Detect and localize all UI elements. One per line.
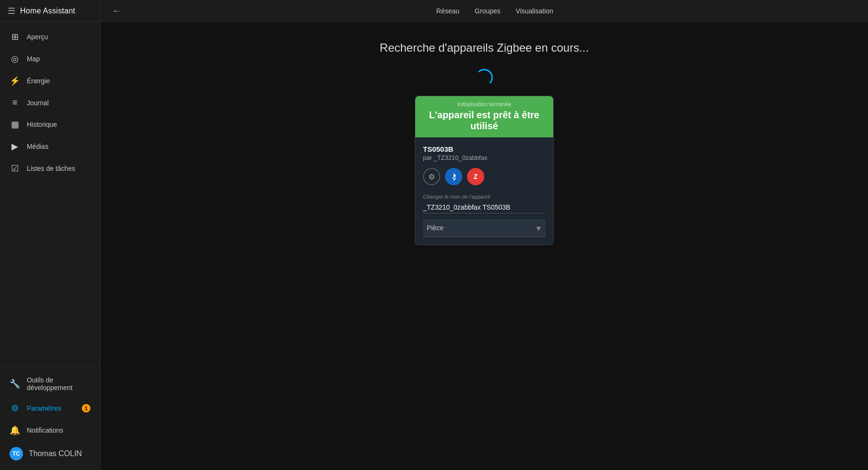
- room-select[interactable]: Pièce: [423, 219, 545, 237]
- loading-spinner: [476, 69, 493, 86]
- init-done-label: Initialisation terminée: [423, 101, 545, 108]
- sidebar-item-apercu[interactable]: ⊞ Aperçu: [0, 26, 100, 48]
- tab-visualisation[interactable]: Visualisation: [516, 5, 553, 17]
- energie-icon: ⚡: [10, 76, 20, 86]
- sidebar-item-outils[interactable]: 🔧 Outils de développement: [0, 370, 100, 397]
- topbar-tabs: Réseau Groupes Visualisation: [436, 5, 553, 17]
- device-card: Initialisation terminée L'appareil est p…: [415, 96, 554, 245]
- device-card-header: Initialisation terminée L'appareil est p…: [415, 96, 553, 137]
- outils-icon: 🔧: [10, 379, 20, 389]
- menu-icon[interactable]: ☰: [8, 6, 15, 16]
- zigbee-icon: Z: [467, 168, 484, 185]
- journal-icon: ≡: [10, 98, 20, 108]
- search-status-title: Recherche d'appareils Zigbee en cours...: [380, 41, 589, 55]
- sidebar: ☰ Home Assistant ⊞ Aperçu ◎ Map ⚡ Énergi…: [0, 0, 100, 470]
- params-badge: 1: [82, 404, 90, 413]
- tab-reseau[interactable]: Réseau: [436, 5, 459, 17]
- device-name-input[interactable]: [423, 201, 545, 213]
- init-done-title: L'appareil est prêt à être utilisé: [423, 110, 545, 132]
- room-select-group: Pièce ▾: [423, 219, 545, 237]
- avatar: TC: [10, 447, 23, 460]
- device-card-body: TS0503B par _TZ3210_0zabbfax ⚙ Z: [415, 137, 553, 245]
- sidebar-item-listes[interactable]: ☑ Listes de tâches: [0, 157, 100, 179]
- svg-text:Z: Z: [474, 173, 478, 180]
- back-button[interactable]: ←: [112, 5, 122, 16]
- parametres-icon: ⚙: [10, 403, 20, 414]
- sidebar-item-notifications[interactable]: 🔔 Notifications: [0, 419, 100, 441]
- topbar: ← Réseau Groupes Visualisation: [100, 0, 868, 22]
- sidebar-item-map[interactable]: ◎ Map: [0, 48, 100, 70]
- bluetooth-icon: [445, 168, 462, 185]
- device-model: TS0503B: [423, 145, 545, 153]
- bell-icon: 🔔: [10, 425, 20, 436]
- sidebar-header: ☰ Home Assistant: [0, 0, 100, 22]
- device-icons-row: ⚙ Z: [423, 168, 545, 185]
- settings-icon[interactable]: ⚙: [423, 168, 440, 185]
- apercu-icon: ⊞: [10, 32, 20, 42]
- sidebar-item-journal[interactable]: ≡ Journal: [0, 92, 100, 113]
- device-name-field-group: Changer le nom de l'appareil: [423, 194, 545, 213]
- sidebar-item-energie[interactable]: ⚡ Énergie: [0, 70, 100, 92]
- sidebar-item-medias[interactable]: ▶ Médias: [0, 135, 100, 157]
- device-manufacturer: par _TZ3210_0zabbfax: [423, 154, 545, 161]
- user-profile[interactable]: TC Thomas COLIN: [0, 441, 100, 466]
- listes-icon: ☑: [10, 163, 20, 174]
- sidebar-bottom: 🔧 Outils de développement ⚙ Paramètres 1…: [0, 366, 100, 470]
- device-name-label: Changer le nom de l'appareil: [423, 194, 545, 200]
- sidebar-nav: ⊞ Aperçu ◎ Map ⚡ Énergie ≡ Journal ▦ His…: [0, 22, 100, 366]
- main-area: ← Réseau Groupes Visualisation Recherche…: [100, 0, 868, 470]
- sidebar-item-historique[interactable]: ▦ Historique: [0, 113, 100, 135]
- tab-groupes[interactable]: Groupes: [475, 5, 501, 17]
- content-area: Recherche d'appareils Zigbee en cours...…: [100, 22, 868, 470]
- app-title: Home Assistant: [20, 7, 75, 15]
- loading-spinner-container: [476, 69, 493, 86]
- medias-icon: ▶: [10, 141, 20, 152]
- map-icon: ◎: [10, 54, 20, 64]
- sidebar-item-parametres[interactable]: ⚙ Paramètres 1: [0, 397, 100, 419]
- historique-icon: ▦: [10, 119, 20, 130]
